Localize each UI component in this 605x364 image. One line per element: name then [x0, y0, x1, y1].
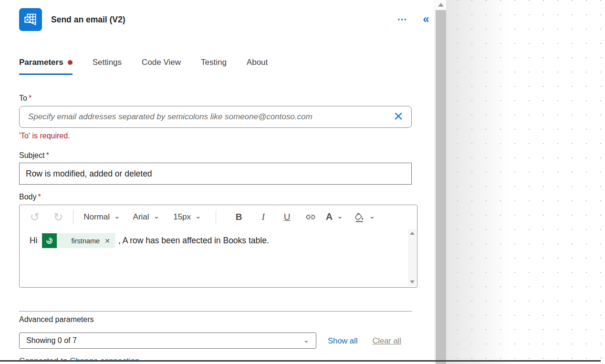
validation-error-dot [68, 60, 73, 65]
to-input[interactable]: Specify email addresses separated by sem… [19, 106, 412, 128]
scroll-up-icon[interactable] [410, 232, 415, 235]
collapse-panel-icon[interactable]: « [418, 12, 434, 26]
tab-bar: Parameters Settings Code View Testing Ab… [19, 58, 268, 75]
flow-designer-canvas [446, 0, 605, 364]
tab-testing-label: Testing [201, 58, 227, 67]
font-color-letter: A [326, 211, 333, 222]
required-asterisk: * [38, 193, 41, 201]
tab-parameters[interactable]: Parameters [19, 58, 73, 75]
panel-header: Send an email (V2) ⋯ « [19, 8, 430, 31]
toolbar-separator [73, 210, 73, 224]
chevron-down-icon: ⌄ [154, 212, 160, 220]
dataverse-icon [42, 233, 57, 248]
scroll-down-icon[interactable] [410, 281, 415, 283]
chevron-down-icon: ⌄ [337, 212, 343, 220]
scrollbar-up-icon[interactable] [438, 3, 444, 7]
tab-settings[interactable]: Settings [93, 58, 122, 75]
scrollbar-thumb[interactable] [436, 10, 446, 364]
to-error-message: 'To' is required. [19, 132, 70, 140]
insert-link-icon[interactable] [302, 211, 319, 223]
font-size-dropdown-value: 15px [173, 212, 191, 222]
clear-all-link[interactable]: Clear all [372, 336, 401, 345]
show-all-link[interactable]: Show all [328, 336, 357, 345]
remove-token-icon[interactable]: ✕ [104, 237, 115, 245]
advanced-parameters-dropdown[interactable]: Showing 0 of 7 ⌄ [19, 333, 316, 349]
section-divider [19, 311, 412, 312]
bottom-edge-line [0, 360, 601, 362]
body-editor-content[interactable]: Hi firstname ✕ , A row has been affected… [20, 229, 408, 287]
chevron-down-icon: ⌄ [114, 212, 120, 220]
tab-code-view[interactable]: Code View [142, 58, 181, 75]
clear-to-icon[interactable]: ✕ [390, 109, 407, 125]
screen: Send an email (V2) ⋯ « Parameters Settin… [0, 0, 605, 364]
rich-text-editor: ↺ ↻ Normal ⌄ Arial ⌄ 15px ⌄ B I U [19, 205, 417, 288]
tab-testing[interactable]: Testing [201, 58, 227, 75]
advanced-parameters-label: Advanced parameters [19, 315, 94, 324]
font-dropdown[interactable]: Arial ⌄ [133, 212, 160, 222]
chevron-down-icon: ⌄ [195, 212, 201, 220]
to-input-placeholder: Specify email addresses separated by sem… [28, 112, 390, 122]
format-dropdown[interactable]: Normal ⌄ [83, 212, 120, 222]
tab-settings-label: Settings [93, 58, 122, 67]
subject-field-label: Subject* [19, 151, 49, 160]
body-text-line: Hi firstname ✕ , A row has been affected… [30, 233, 405, 248]
chevron-down-icon: ⌄ [303, 336, 309, 344]
body-text-suffix: , A row has been affected in Books table… [118, 236, 269, 246]
font-size-dropdown[interactable]: 15px ⌄ [173, 212, 201, 222]
tab-parameters-label: Parameters [19, 58, 63, 67]
action-title: Send an email (V2) [51, 8, 125, 31]
format-dropdown-value: Normal [83, 212, 110, 222]
panel-scrollbar[interactable] [436, 0, 446, 364]
font-dropdown-value: Arial [133, 212, 149, 222]
subject-input[interactable]: Row is modified, added or deleted [19, 163, 412, 185]
required-asterisk: * [29, 94, 31, 102]
subject-input-value: Row is modified, added or deleted [26, 169, 152, 179]
font-color-dropdown[interactable]: A ⌄ [326, 211, 343, 222]
body-text-prefix: Hi [30, 236, 38, 246]
dynamic-content-token[interactable]: firstname ✕ [42, 233, 115, 248]
undo-icon[interactable]: ↺ [30, 211, 40, 223]
italic-button[interactable]: I [256, 212, 271, 222]
required-asterisk: * [46, 151, 49, 159]
chevron-down-icon: ⌄ [369, 212, 376, 220]
advanced-dropdown-value: Showing 0 of 7 [26, 336, 77, 345]
body-field-label: Body* [19, 193, 41, 201]
editor-scrollbar[interactable] [408, 229, 417, 286]
more-options-icon[interactable]: ⋯ [394, 12, 410, 27]
rte-toolbar: ↺ ↻ Normal ⌄ Arial ⌄ 15px ⌄ B I U [20, 205, 417, 229]
action-config-panel: Send an email (V2) ⋯ « Parameters Settin… [0, 0, 435, 364]
token-label: firstname [57, 237, 104, 245]
underline-button[interactable]: U [280, 212, 294, 222]
highlight-color-dropdown[interactable]: ⌄ [354, 211, 376, 223]
toolbar-separator [216, 210, 216, 224]
redo-icon[interactable]: ↻ [53, 211, 63, 223]
tab-about-label: About [247, 58, 268, 67]
bold-button[interactable]: B [232, 212, 246, 222]
advanced-parameters-row: Showing 0 of 7 ⌄ Show all Clear all [19, 333, 401, 349]
to-field-label: To* [19, 94, 31, 103]
outlook-connector-icon [19, 8, 42, 31]
tab-code-view-label: Code View [142, 58, 181, 67]
tab-about[interactable]: About [247, 58, 268, 75]
